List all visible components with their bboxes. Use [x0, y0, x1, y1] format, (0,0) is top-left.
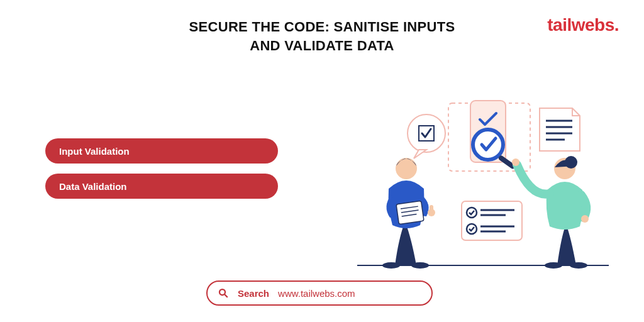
checklist-icon — [462, 201, 522, 240]
svg-point-21 — [411, 262, 429, 269]
pill-input-validation[interactable]: Input Validation — [45, 138, 278, 164]
svg-point-33 — [512, 158, 519, 166]
svg-point-5 — [473, 130, 503, 160]
document-icon — [540, 108, 580, 151]
svg-point-7 — [408, 114, 445, 152]
person-right — [512, 156, 589, 269]
pill-label: Input Validation — [59, 146, 130, 157]
person-left — [382, 158, 435, 269]
search-label: Search — [238, 288, 269, 299]
brand-logo: tailwebs. — [547, 15, 619, 35]
search-bar[interactable]: Search www.tailwebs.com — [206, 280, 433, 306]
pill-data-validation[interactable]: Data Validation — [45, 174, 278, 199]
svg-point-29 — [545, 262, 562, 269]
search-url: www.tailwebs.com — [278, 288, 355, 299]
svg-point-0 — [219, 289, 225, 295]
svg-line-1 — [225, 294, 228, 297]
phone-panel-icon — [470, 101, 516, 170]
svg-rect-23 — [396, 201, 424, 224]
svg-rect-28 — [430, 205, 433, 213]
svg-point-20 — [382, 262, 400, 269]
pill-label: Data Validation — [59, 181, 127, 192]
search-icon — [218, 287, 229, 299]
speech-checkbox-icon — [408, 114, 445, 158]
svg-point-22 — [396, 158, 417, 179]
svg-point-34 — [581, 215, 589, 223]
svg-point-30 — [570, 262, 587, 269]
title-line-1: SECURE THE CODE: SANITISE INPUTS — [189, 19, 455, 35]
validation-illustration — [351, 96, 615, 278]
page-title: SECURE THE CODE: SANITISE INPUTS AND VAL… — [158, 18, 486, 55]
title-line-2: AND VALIDATE DATA — [250, 38, 394, 53]
